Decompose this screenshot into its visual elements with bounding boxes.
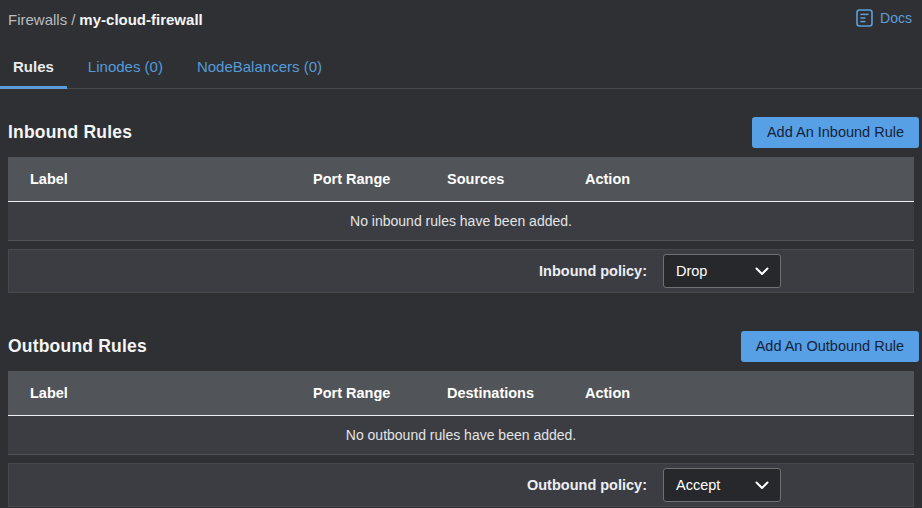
- inbound-column-sources: Sources: [447, 171, 585, 187]
- inbound-rules-title: Inbound Rules: [8, 122, 132, 143]
- inbound-table-header: Label Port Range Sources Action: [8, 157, 914, 202]
- outbound-empty-message: No outbound rules have been added.: [346, 427, 576, 443]
- inbound-policy-row: Inbound policy: Drop: [8, 249, 914, 293]
- chevron-down-icon: [755, 477, 769, 493]
- inbound-column-port-range: Port Range: [313, 171, 447, 187]
- breadcrumb-firewalls-link[interactable]: Firewalls: [8, 11, 67, 28]
- inbound-empty-row: No inbound rules have been added.: [8, 202, 914, 241]
- outbound-policy-row: Outbound policy: Accept: [8, 463, 914, 507]
- outbound-column-destinations: Destinations: [447, 385, 585, 401]
- inbound-section-header: Inbound Rules Add An Inbound Rule: [0, 117, 922, 148]
- outbound-policy-select[interactable]: Accept: [663, 468, 781, 502]
- add-outbound-rule-button[interactable]: Add An Outbound Rule: [741, 331, 919, 362]
- inbound-column-action: Action: [585, 171, 914, 187]
- inbound-policy-select[interactable]: Drop: [663, 254, 781, 288]
- outbound-column-port-range: Port Range: [313, 385, 447, 401]
- tab-bar: Rules Linodes (0) NodeBalancers (0): [0, 52, 922, 89]
- inbound-policy-label: Inbound policy:: [539, 263, 647, 279]
- tab-linodes[interactable]: Linodes (0): [75, 52, 176, 88]
- inbound-empty-message: No inbound rules have been added.: [350, 213, 572, 229]
- breadcrumb: Firewalls/my-cloud-firewall: [8, 10, 203, 29]
- add-inbound-rule-button[interactable]: Add An Inbound Rule: [752, 117, 919, 148]
- breadcrumb-current-firewall: my-cloud-firewall: [79, 11, 202, 28]
- outbound-policy-selected-value: Accept: [676, 477, 720, 493]
- breadcrumb-separator: /: [71, 11, 75, 28]
- outbound-table-header: Label Port Range Destinations Action: [8, 371, 914, 416]
- tab-rules[interactable]: Rules: [0, 52, 67, 88]
- inbound-policy-selected-value: Drop: [676, 263, 707, 279]
- outbound-empty-row: No outbound rules have been added.: [8, 416, 914, 455]
- outbound-rules-title: Outbound Rules: [8, 336, 147, 357]
- docs-icon: [856, 9, 873, 27]
- tab-nodebalancers[interactable]: NodeBalancers (0): [184, 52, 335, 88]
- docs-link[interactable]: Docs: [856, 9, 914, 27]
- outbound-policy-label: Outbound policy:: [527, 477, 647, 493]
- firewall-detail-page: Firewalls/my-cloud-firewall Docs Rules L…: [0, 0, 922, 508]
- chevron-down-icon: [755, 263, 769, 279]
- top-bar: Firewalls/my-cloud-firewall Docs: [0, 0, 922, 29]
- outbound-section-header: Outbound Rules Add An Outbound Rule: [0, 331, 922, 362]
- outbound-column-label: Label: [8, 385, 313, 401]
- docs-link-label: Docs: [880, 10, 912, 26]
- outbound-column-action: Action: [585, 385, 914, 401]
- inbound-rules-table: Label Port Range Sources Action No inbou…: [8, 157, 914, 241]
- outbound-rules-table: Label Port Range Destinations Action No …: [8, 371, 914, 455]
- inbound-column-label: Label: [8, 171, 313, 187]
